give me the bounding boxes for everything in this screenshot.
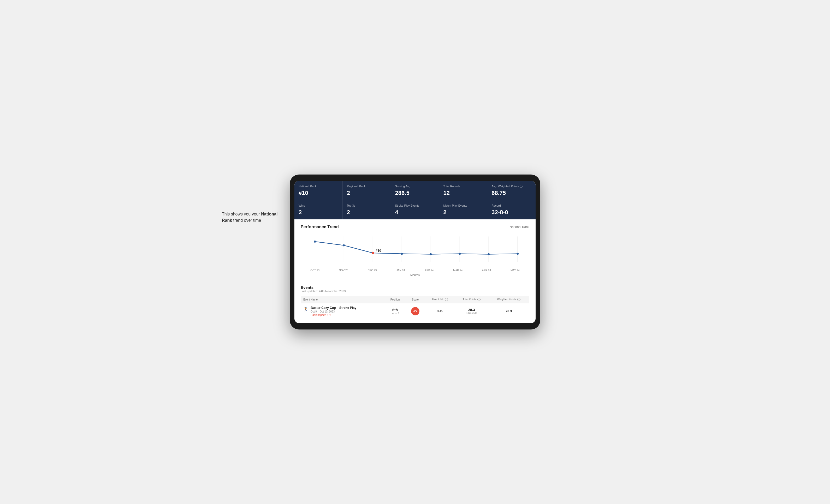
rank-arrow-icon: ▼	[329, 314, 331, 316]
perf-label: National Rank	[510, 225, 529, 229]
stat-avg-weighted-points-label: Avg. Weighted Points ⓘ	[491, 184, 532, 188]
stat-total-rounds-value: 12	[443, 190, 483, 196]
stat-wins-value: 2	[298, 209, 338, 216]
events-table: Event Name Position Score Event SG i Tot…	[301, 296, 529, 319]
svg-point-11	[343, 244, 345, 246]
stat-avg-weighted-points: Avg. Weighted Points ⓘ 68.75	[487, 181, 536, 200]
events-table-header: Event Name Position Score Event SG i Tot…	[301, 296, 529, 303]
tablet-screen: National Rank #10 Regional Rank 2 Scorin…	[294, 181, 536, 324]
annotation-text: This shows you your National Rank trend …	[222, 211, 282, 224]
svg-point-13	[401, 253, 403, 255]
events-section: Events Last updated: 24th November 2023 …	[294, 281, 536, 323]
col-score: Score	[406, 296, 425, 303]
event-weighted-pts-cell: 28.3	[488, 303, 529, 319]
col-event-name: Event Name	[301, 296, 385, 303]
stat-stroke-play-events-value: 4	[395, 209, 435, 216]
event-golf-icon: 🏌	[303, 306, 309, 311]
perf-title: Performance Trend	[301, 225, 339, 229]
svg-point-15	[458, 253, 461, 255]
x-label-dec23: DEC 23	[358, 269, 387, 272]
x-label-jan24: JAN 24	[387, 269, 415, 272]
events-title: Events	[301, 285, 529, 290]
x-label-oct23: OCT 23	[301, 269, 329, 272]
stat-scoring-avg-label: Scoring Avg.	[395, 184, 435, 188]
stat-national-rank-label: National Rank	[298, 184, 338, 188]
stat-total-rounds: Total Rounds 12	[439, 181, 487, 200]
svg-point-10	[314, 240, 316, 243]
stat-match-play-events: Match Play Events 2	[439, 200, 487, 220]
col-position: Position	[385, 296, 406, 303]
stats-row-2: Wins 2 Top 3s 2 Stroke Play Events 4 Mat…	[294, 200, 536, 220]
weighted-points-info-icon: i	[517, 298, 520, 301]
stat-scoring-avg: Scoring Avg. 286.5	[391, 181, 439, 200]
event-name: Buster Cozy Cup – Stroke Play	[311, 306, 356, 310]
stat-total-rounds-label: Total Rounds	[443, 184, 483, 188]
event-position-main: 6th	[387, 308, 403, 312]
stat-top3s-value: 2	[347, 209, 387, 216]
x-label-nov23: NOV 23	[329, 269, 358, 272]
col-event-sg: Event SG i	[425, 296, 455, 303]
events-table-body: 🏌 Buster Cozy Cup – Stroke Play Oct 9 – …	[301, 303, 529, 319]
stat-regional-rank-label: Regional Rank	[347, 184, 387, 188]
stat-record: Record 32-8-0	[487, 200, 536, 220]
col-weighted-points: Weighted Points i	[488, 296, 529, 303]
event-total-points-cell: 28.3 3 Rounds	[455, 303, 488, 319]
x-label-may24: MAY 24	[501, 269, 530, 272]
chart-months-label: Months	[301, 273, 529, 276]
stat-scoring-avg-value: 286.5	[395, 190, 435, 196]
svg-point-12	[372, 252, 374, 254]
event-score-badge: -22	[411, 307, 419, 315]
stat-wins: Wins 2	[294, 200, 343, 220]
stat-match-play-events-label: Match Play Events	[443, 204, 483, 207]
rank-impact-text: Rank Impact: 3	[311, 313, 328, 316]
tablet-frame: National Rank #10 Regional Rank 2 Scorin…	[290, 174, 540, 330]
event-rank-impact: Rank Impact: 3 ▼	[311, 313, 356, 316]
chart-svg: #10	[301, 233, 529, 267]
perf-header: Performance Trend National Rank	[301, 225, 529, 229]
x-label-apr24: APR 24	[472, 269, 501, 272]
stat-match-play-events-value: 2	[443, 209, 483, 216]
event-score-cell: -22	[406, 303, 425, 319]
performance-chart: #10	[301, 233, 529, 267]
event-total-pts-sub: 3 Rounds	[457, 312, 485, 314]
stat-regional-rank-value: 2	[347, 190, 387, 196]
stat-stroke-play-events: Stroke Play Events 4	[391, 200, 439, 220]
event-sg-info-icon: i	[445, 298, 448, 301]
performance-trend-section: Performance Trend National Rank	[294, 220, 536, 281]
stat-national-rank-value: #10	[298, 190, 338, 196]
stat-record-label: Record	[491, 204, 532, 207]
event-position-sub: out of 7	[387, 312, 403, 315]
stats-row-1: National Rank #10 Regional Rank 2 Scorin…	[294, 181, 536, 200]
svg-text:#10: #10	[376, 249, 381, 253]
svg-point-17	[516, 253, 519, 255]
x-label-feb24: FEB 24	[415, 269, 444, 272]
annotation-after: trend over time	[232, 218, 261, 223]
table-row: 🏌 Buster Cozy Cup – Stroke Play Oct 9 – …	[301, 303, 529, 319]
stat-wins-label: Wins	[298, 204, 338, 207]
event-position-cell: 6th out of 7	[385, 303, 406, 319]
chart-x-labels: OCT 23 NOV 23 DEC 23 JAN 24 FEB 24 MAR 2…	[301, 267, 529, 272]
event-date: Oct 9 – Oct 10, 2023	[311, 310, 356, 313]
x-label-mar24: MAR 24	[444, 269, 472, 272]
stat-avg-weighted-points-value: 68.75	[491, 190, 532, 196]
stat-national-rank: National Rank #10	[294, 181, 343, 200]
events-subtitle: Last updated: 24th November 2023	[301, 290, 529, 293]
col-total-points: Total Points i	[455, 296, 488, 303]
svg-point-14	[429, 253, 432, 256]
event-total-pts: 28.3	[457, 308, 485, 312]
event-name-cell: 🏌 Buster Cozy Cup – Stroke Play Oct 9 – …	[301, 303, 385, 319]
stat-stroke-play-events-label: Stroke Play Events	[395, 204, 435, 207]
stat-top3s: Top 3s 2	[343, 200, 391, 220]
svg-point-16	[487, 253, 490, 256]
annotation-plain: This shows you your	[222, 212, 261, 216]
stat-record-value: 32-8-0	[491, 209, 532, 216]
event-sg-cell: 0.45	[425, 303, 455, 319]
stat-regional-rank: Regional Rank 2	[343, 181, 391, 200]
stat-top3s-label: Top 3s	[347, 204, 387, 207]
total-points-info-icon: i	[477, 298, 480, 301]
